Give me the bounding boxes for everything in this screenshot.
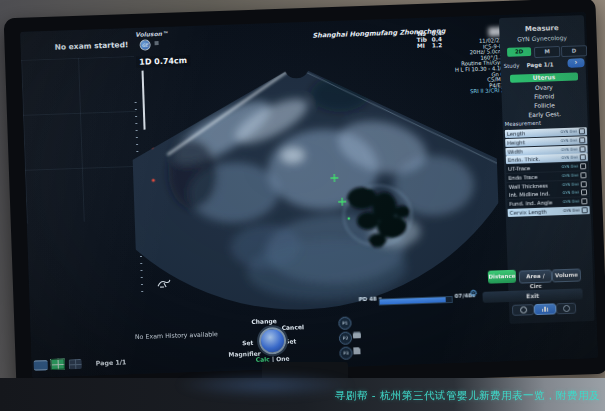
video-caption: 寻剧帮 - 杭州第三代试管婴儿新费用表一览，附费用及 xyxy=(335,389,600,403)
checkbox[interactable] xyxy=(580,163,586,169)
ge-logo-icon: GE xyxy=(139,39,150,50)
photo-scene: No exam started! Voluson™ GE 1D 0.74cm ▸… xyxy=(0,0,605,411)
ultrasound-monitor: No exam started! Voluson™ GE 1D 0.74cm ▸… xyxy=(4,0,605,394)
trackball-hint-set-left: Set xyxy=(242,339,254,346)
checkbox[interactable] xyxy=(579,128,585,134)
checkbox[interactable] xyxy=(581,198,587,204)
grid-layout-active-button[interactable] xyxy=(51,359,65,370)
save-disk-icon xyxy=(353,347,360,354)
report-grid xyxy=(21,56,140,224)
pkey-2-button[interactable]: P2 xyxy=(339,331,352,344)
keyboard-glow xyxy=(175,372,355,398)
pkey-3-button[interactable]: P3 xyxy=(339,346,352,359)
checkbox[interactable] xyxy=(579,137,585,143)
tab-2d[interactable]: 2D xyxy=(507,47,531,57)
checkbox[interactable] xyxy=(581,181,587,187)
brand-mark-icon xyxy=(155,41,159,45)
page-indicator: Page 1/1 xyxy=(96,358,127,366)
gear-icon[interactable]: ⚙ xyxy=(469,288,477,298)
pkey-1-button[interactable]: P1 xyxy=(338,316,351,329)
checkbox[interactable] xyxy=(580,154,586,160)
trackball-hint-cancel: Cancel xyxy=(281,323,304,331)
keyboard-layout-button[interactable] xyxy=(34,360,48,370)
trackball-hint-set-right: Set xyxy=(285,337,297,344)
worksheet-view-button[interactable] xyxy=(534,303,556,315)
checkbox[interactable] xyxy=(582,207,588,213)
tab-d[interactable]: D xyxy=(561,45,587,57)
printer-icon xyxy=(353,333,361,338)
ultrasound-image xyxy=(129,53,502,318)
history-view-button[interactable] xyxy=(512,304,534,316)
checkbox[interactable] xyxy=(581,189,587,195)
distance-tool-button[interactable]: Distance xyxy=(488,270,516,284)
report-view-button[interactable] xyxy=(556,303,576,315)
area-circ-tool-button[interactable]: Area / Circ xyxy=(519,269,552,283)
clock-icon xyxy=(519,306,526,313)
ultrasound-screen: No exam started! Voluson™ GE 1D 0.74cm ▸… xyxy=(20,12,598,378)
grid-layout-button[interactable] xyxy=(69,359,82,369)
measurement-section-label: Measurement xyxy=(505,120,542,127)
exam-history-note: No Exam History available xyxy=(135,330,218,340)
exam-status: No exam started! xyxy=(54,40,128,52)
volume-tool-button[interactable]: Volume xyxy=(552,268,581,282)
study-page-indicator: Page 1/1 xyxy=(526,61,553,68)
study-next-page-button[interactable]: › xyxy=(567,58,584,68)
trackball-indicator-icon xyxy=(259,327,287,355)
circle-icon xyxy=(562,305,569,312)
study-label: Study xyxy=(503,62,519,69)
checkbox[interactable] xyxy=(579,146,585,152)
brand-label: Voluson™ xyxy=(135,30,168,38)
checkbox[interactable] xyxy=(580,172,586,178)
probe-orientation-icon xyxy=(155,276,173,291)
chart-icon xyxy=(542,307,549,312)
tab-m[interactable]: M xyxy=(534,46,560,58)
trackball-hint-change: Change xyxy=(251,317,277,325)
